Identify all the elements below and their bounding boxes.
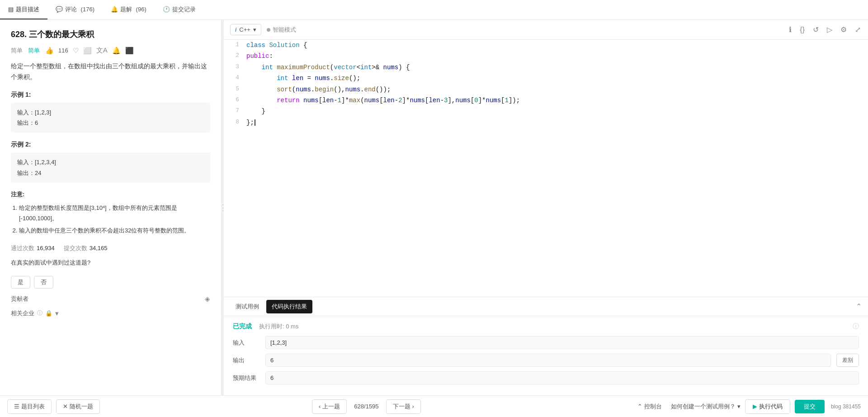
result-area: 已完成 执行用时: 0 ms ⓘ 输入 [1,2,3] 输出 6 差别 预期结果… <box>224 316 868 395</box>
console-label: 控制台 <box>644 403 662 411</box>
problem-title: 628. 三个数的最大乘积 <box>11 29 210 40</box>
code-line-2: 2 public: <box>224 51 868 62</box>
line-code-1[interactable]: class Solution { <box>246 40 868 51</box>
top-tabs-bar: ▤ 题目描述 💬 评论 (176) 🔔 题解 (96) 🕐 提交记录 <box>0 0 868 20</box>
format-button[interactable]: {} <box>799 25 806 35</box>
code-line-6: 6 return nums[len-1]*max(nums[len-2]*num… <box>224 95 868 106</box>
problem-list-button[interactable]: ☰ 题目列表 <box>7 399 52 414</box>
example1-title: 示例 1: <box>11 91 210 99</box>
difficulty-row: 简单 简单 👍 116 ♡ ⬜ 文A 🔔 ⬛ <box>11 46 210 55</box>
output-value: 6 <box>265 354 831 367</box>
companies-label: 相关企业 <box>11 309 34 317</box>
note-item-2: 输入的数组中任意三个数的乘积不会超出32位有符号整数的范围。 <box>19 225 210 236</box>
next-button[interactable]: 下一题 › <box>386 399 421 414</box>
tab-test-case[interactable]: 测试用例 <box>230 300 264 313</box>
bookmark-icon[interactable]: ⬛ <box>125 47 134 55</box>
run-terminal-button[interactable]: ▷ <box>826 24 833 35</box>
info-button[interactable]: ℹ <box>788 24 793 35</box>
next-icon: › <box>412 403 414 410</box>
tab-execution-result[interactable]: 代码执行结果 <box>266 300 312 313</box>
contributors-icon[interactable]: ◈ <box>205 295 210 303</box>
undo-button[interactable]: ↺ <box>812 24 820 35</box>
interview-btn-row: 是 否 <box>11 276 210 289</box>
line-num-8: 8 <box>224 117 246 128</box>
bottom-tabs: 测试用例 代码执行结果 ⌃ <box>224 297 868 316</box>
footer-left: ☰ 题目列表 ✕ 随机一题 <box>7 399 100 414</box>
diff-button[interactable]: 差别 <box>836 354 859 367</box>
tab-solution-label: 题解 <box>120 5 132 14</box>
how-to-test-link[interactable]: 如何创建一个测试用例？ ▾ <box>671 403 741 411</box>
yes-button[interactable]: 是 <box>11 276 30 289</box>
fullscreen-button[interactable]: ⤢ <box>854 24 862 35</box>
code-line-3: 3 int maximumProduct(vector<int>& nums) … <box>224 62 868 73</box>
run-code-button[interactable]: ▶ 执行代码 <box>745 399 790 414</box>
line-num-7: 7 <box>224 106 246 117</box>
code-line-8: 8 }; <box>224 117 868 128</box>
expected-label: 预期结果 <box>233 374 260 382</box>
line-code-8[interactable]: }; <box>246 117 868 128</box>
language-selector[interactable]: i C++ ▾ <box>230 24 261 35</box>
line-num-1: 1 <box>224 40 246 51</box>
chevron-down-icon[interactable]: ▾ <box>55 309 59 317</box>
line-num-6: 6 <box>224 95 246 106</box>
how-to-test-label: 如何创建一个测试用例？ <box>671 403 736 411</box>
notes-block: 注意: 给定的整型数组长度范围是[3,10⁴]，数组中所有的元素范围是[-100… <box>11 189 210 238</box>
stats-row: 通过次数 16,934 提交次数 34,165 <box>11 244 210 252</box>
input-row: 输入 [1,2,3] <box>233 336 859 349</box>
tab-description[interactable]: ▤ 题目描述 <box>0 0 47 19</box>
notes-title: 注意: <box>11 189 210 199</box>
line-code-6[interactable]: return nums[len-1]*max(nums[len-2]*nums[… <box>246 95 868 106</box>
left-panel: 628. 三个数的最大乘积 简单 简单 👍 116 ♡ ⬜ 文A 🔔 ⬛ 给定一… <box>0 20 222 395</box>
lock-icon[interactable]: 🔒 <box>45 310 52 317</box>
no-button[interactable]: 否 <box>34 276 53 289</box>
problem-list-label: 题目列表 <box>21 403 45 411</box>
submit-button[interactable]: 提交 <box>795 400 825 413</box>
settings-button[interactable]: ⚙ <box>840 24 848 35</box>
expected-value: 6 <box>265 371 859 384</box>
tab-solutions[interactable]: 🔔 题解 (96) <box>103 0 155 19</box>
status-badge: 已完成 <box>233 322 252 331</box>
thumbs-up-icon[interactable]: 👍 <box>45 47 54 55</box>
problem-description: 给定一个整型数组，在数组中找出由三个数组成的最大乘积，并输出这个乘积。 <box>11 61 210 83</box>
code-editor[interactable]: 1 class Solution { 2 public: 3 int maxim… <box>224 40 868 297</box>
line-code-3[interactable]: int maximumProduct(vector<int>& nums) { <box>246 62 868 73</box>
result-info-icon[interactable]: ⓘ <box>853 322 859 331</box>
footer-bar: ☰ 题目列表 ✕ 随机一题 ‹ 上一题 628/1595 下一题 › ⌃ 控制台… <box>0 395 868 417</box>
ai-dot <box>267 28 270 32</box>
comment-badge: (176) <box>79 6 94 13</box>
line-code-7[interactable]: } <box>246 106 868 117</box>
heart-icon[interactable]: ♡ <box>73 47 79 55</box>
submit-value: 34,165 <box>90 245 108 251</box>
pass-value: 16,934 <box>37 245 55 251</box>
random-problem-button[interactable]: ✕ 随机一题 <box>56 399 100 414</box>
translate-icon[interactable]: 文A <box>96 46 108 55</box>
example2-title: 示例 2: <box>11 141 210 149</box>
prev-button[interactable]: ‹ 上一题 <box>312 399 347 414</box>
next-label: 下一题 <box>393 403 410 411</box>
bell-icon[interactable]: 🔔 <box>112 47 121 55</box>
tab-comments[interactable]: 💬 评论 (176) <box>47 0 103 19</box>
line-code-5[interactable]: sort(nums.begin(),nums.end()); <box>246 84 868 95</box>
lang-label: C++ <box>239 26 250 33</box>
blog-tag: blog 381455 <box>831 403 861 410</box>
comment-icon: 💬 <box>56 6 63 13</box>
random-label: 随机一题 <box>70 403 93 411</box>
example1-output: 输出：6 <box>17 118 204 128</box>
info-icon[interactable]: ⓘ <box>37 309 42 317</box>
code-line-5: 5 sort(nums.begin(),nums.end()); <box>224 84 868 95</box>
notes-list: 给定的整型数组长度范围是[3,10⁴]，数组中所有的元素范围是[-1000,10… <box>11 203 210 236</box>
line-code-4[interactable]: int len = nums.size(); <box>246 73 868 84</box>
prev-label: 上一题 <box>322 403 340 411</box>
ai-mode-toggle[interactable]: 智能模式 <box>267 26 296 34</box>
run-label: 执行代码 <box>759 403 783 411</box>
tab-submissions[interactable]: 🕐 提交记录 <box>155 0 204 19</box>
page-indicator: 628/1595 <box>354 403 378 410</box>
companies-row: 相关企业 ⓘ 🔒 ▾ <box>11 309 210 317</box>
like-count: 116 <box>58 47 68 54</box>
editor-actions: ℹ {} ↺ ▷ ⚙ ⤢ <box>788 24 862 35</box>
expand-icon[interactable]: ⌃ <box>856 302 862 311</box>
share-icon[interactable]: ⬜ <box>83 47 92 55</box>
line-code-2[interactable]: public: <box>246 51 868 62</box>
run-icon: ▶ <box>753 403 757 410</box>
console-button[interactable]: ⌃ 控制台 <box>633 400 666 413</box>
